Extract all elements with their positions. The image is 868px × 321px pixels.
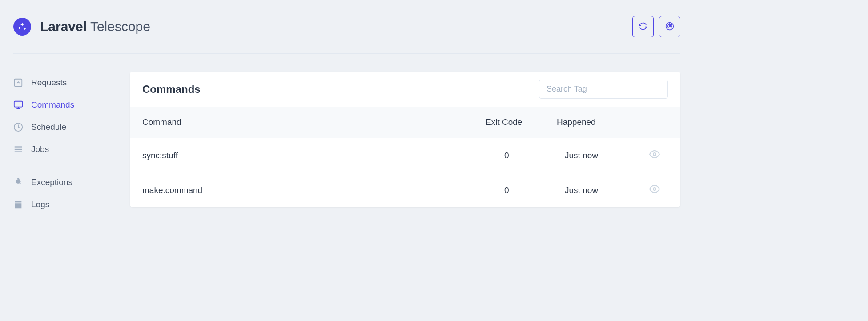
sidebar-item-exceptions[interactable]: Exceptions	[13, 171, 130, 193]
sidebar-item-requests[interactable]: Requests	[13, 72, 130, 94]
eye-icon	[649, 184, 660, 197]
commands-icon	[13, 100, 23, 110]
view-button[interactable]	[641, 184, 668, 197]
eye-icon	[649, 149, 660, 162]
logo-icon	[13, 18, 31, 36]
cell-happened: Just now	[557, 151, 641, 160]
col-header-happened: Happened	[557, 117, 641, 127]
svg-point-2	[669, 25, 671, 27]
brand-area: Laravel Telescope	[13, 18, 150, 36]
svg-rect-4	[14, 101, 22, 107]
table-header: Command Exit Code Happened	[130, 107, 680, 138]
svg-point-12	[653, 188, 656, 190]
search-input[interactable]	[539, 80, 668, 99]
cell-happened: Just now	[557, 185, 641, 195]
brand-title: Laravel Telescope	[40, 19, 150, 34]
sidebar-item-label: Commands	[31, 100, 74, 110]
sidebar-item-label: Logs	[31, 200, 49, 209]
cell-command: make:command	[142, 185, 486, 195]
sidebar-item-logs[interactable]: Logs	[13, 193, 130, 216]
view-button[interactable]	[641, 149, 668, 162]
radar-button[interactable]	[659, 16, 680, 37]
card-header: Commands	[130, 72, 680, 107]
cell-exit-code: 0	[486, 151, 557, 160]
col-header-command: Command	[142, 117, 486, 127]
logs-icon	[13, 200, 23, 209]
sidebar-item-label: Exceptions	[31, 177, 72, 187]
table-row: sync:stuff 0 Just now	[130, 138, 680, 173]
refresh-button[interactable]	[632, 16, 654, 37]
cell-exit-code: 0	[486, 185, 557, 195]
radar-icon	[665, 22, 674, 32]
header: Laravel Telescope	[13, 0, 680, 54]
page-title: Commands	[142, 83, 201, 96]
svg-point-11	[653, 153, 656, 156]
col-header-exit-code: Exit Code	[486, 117, 557, 127]
commands-card: Commands Command Exit Code Happened sync…	[130, 72, 680, 207]
svg-rect-10	[15, 203, 22, 208]
svg-rect-9	[15, 201, 22, 203]
requests-icon	[13, 78, 23, 88]
cell-command: sync:stuff	[142, 151, 486, 160]
svg-rect-3	[15, 79, 22, 87]
sidebar-item-label: Schedule	[31, 122, 66, 132]
main-content: Commands Command Exit Code Happened sync…	[130, 72, 680, 216]
schedule-icon	[13, 122, 23, 132]
header-actions	[632, 16, 680, 37]
jobs-icon	[13, 144, 23, 154]
exceptions-icon	[13, 177, 23, 187]
table-row: make:command 0 Just now	[130, 173, 680, 207]
sidebar-item-schedule[interactable]: Schedule	[13, 116, 130, 138]
sidebar-item-label: Jobs	[31, 144, 49, 154]
refresh-icon	[639, 22, 647, 32]
sidebar: Requests Commands Schedu	[13, 72, 130, 216]
sidebar-item-commands[interactable]: Commands	[13, 94, 130, 116]
sidebar-item-label: Requests	[31, 78, 67, 88]
col-header-action	[641, 117, 668, 127]
sidebar-item-jobs[interactable]: Jobs	[13, 138, 130, 160]
